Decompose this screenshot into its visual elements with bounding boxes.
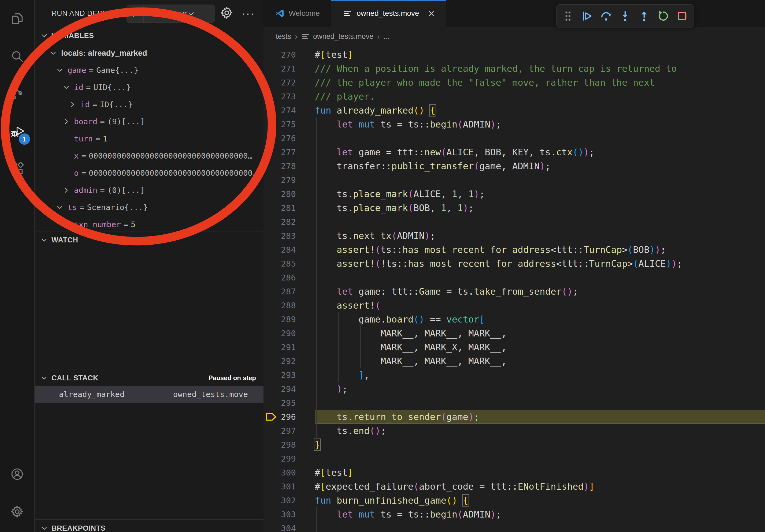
close-icon[interactable]: × [428, 8, 434, 19]
activity-item-account[interactable] [0, 455, 34, 493]
line-content [315, 131, 765, 145]
start-debug-button[interactable] [127, 5, 144, 23]
code-token: place_mark [353, 202, 408, 213]
variables-section-header[interactable]: VARIABLES [35, 27, 264, 44]
tab-owned-tests-move[interactable]: owned_tests.move× [331, 0, 446, 27]
gutter-line-293[interactable]: 293 [264, 368, 315, 382]
variable-row-turn[interactable]: turn=1 [35, 130, 291, 147]
variable-row-admin[interactable]: admin=(0)[...] [35, 182, 291, 199]
gutter-line-296[interactable]: 296 [264, 410, 315, 424]
indent-guide [316, 173, 317, 187]
gutter-line-298[interactable]: 298 [264, 438, 315, 452]
gutter-line-304[interactable]: 304 [264, 521, 315, 532]
chevron-right-icon[interactable] [69, 101, 80, 109]
chevron-right-icon[interactable] [62, 118, 74, 126]
files-icon [10, 12, 24, 26]
gutter-line-285[interactable]: 285 [264, 257, 315, 271]
code-token: ts. [315, 411, 353, 422]
chevron-down-icon[interactable] [62, 83, 74, 91]
chevron-down-icon[interactable] [56, 66, 68, 74]
gutter-line-270[interactable]: 270 [264, 48, 315, 62]
activity-item-source-control[interactable] [0, 75, 34, 113]
chevron-down-icon[interactable] [56, 203, 68, 211]
gutter-line-303[interactable]: 303 [264, 507, 315, 521]
debug-config-dropdown[interactable]: No Configur [127, 5, 215, 23]
debug-settings-gear-icon[interactable] [220, 6, 234, 21]
gutter-line-280[interactable]: 280 [264, 187, 315, 201]
gutter-line-271[interactable]: 271 [264, 62, 315, 76]
code-token: ( [441, 147, 446, 157]
gutter-line-288[interactable]: 288 [264, 298, 315, 312]
gutter-line-301[interactable]: 301 [264, 479, 315, 493]
code-token: ] [359, 370, 364, 381]
gutter-line-277[interactable]: 277 [264, 145, 315, 159]
gutter-line-299[interactable]: 299 [264, 452, 315, 465]
step-into-button[interactable] [618, 9, 633, 24]
activity-item-extensions[interactable] [0, 150, 34, 187]
gutter-line-290[interactable]: 290 [264, 326, 315, 340]
gutter-line-300[interactable]: 300 [264, 465, 315, 479]
step-out-button[interactable] [637, 9, 652, 24]
activity-item-search[interactable] [0, 38, 34, 75]
indent-guide [316, 131, 317, 145]
activity-item-settings[interactable] [0, 493, 34, 530]
variable-row-ts[interactable]: ts=Scenario{...} [35, 199, 285, 216]
code-line-302: 302fun burn_unfinished_game() { [264, 493, 765, 507]
stop-button[interactable] [675, 9, 690, 24]
code-editor[interactable]: 270#[test]271/// When a position is alre… [264, 46, 765, 532]
gutter-line-276[interactable]: 276 [264, 131, 315, 145]
paused-status-badge: Paused on step [209, 374, 256, 382]
gutter-line-274[interactable]: 274 [264, 104, 315, 117]
restart-button[interactable] [656, 9, 671, 24]
gutter-line-283[interactable]: 283 [264, 229, 315, 243]
variables-scope-row[interactable]: locals: already_marked [35, 45, 278, 62]
gutter-line-281[interactable]: 281 [264, 201, 315, 215]
line-content: game.board() == vector[ [315, 312, 765, 326]
variable-row-id[interactable]: id=ID{...} [35, 96, 297, 113]
gutter-line-282[interactable]: 282 [264, 215, 315, 229]
variable-row-game[interactable]: game=Game{...} [35, 62, 285, 79]
chevron-right-icon[interactable] [62, 186, 74, 194]
variable-row-x[interactable]: x=0000000000000000000000000000000000… [35, 147, 291, 164]
gutter-line-272[interactable]: 272 [264, 76, 315, 90]
gutter-line-294[interactable]: 294 [264, 382, 315, 396]
step-over-button[interactable] [598, 9, 613, 24]
call-stack-frame[interactable]: already_marked owned_tests.move [35, 386, 264, 402]
chevron-down-icon[interactable] [49, 49, 61, 57]
gutter-line-286[interactable]: 286 [264, 271, 315, 285]
activity-item-explorer[interactable] [0, 0, 34, 38]
call-stack-section-header[interactable]: CALL STACK Paused on step [35, 370, 264, 387]
drag-grip-button[interactable] [560, 9, 575, 24]
continue-button[interactable] [579, 9, 594, 24]
gutter-line-278[interactable]: 278 [264, 159, 315, 173]
variable-row-id[interactable]: id=UID{...} [35, 79, 291, 96]
code-token: game. [315, 314, 386, 325]
watch-section-header[interactable]: WATCH [35, 231, 264, 249]
breakpoints-section-header[interactable]: BREAKPOINTS [35, 520, 264, 532]
gutter-line-291[interactable]: 291 [264, 340, 315, 354]
breadcrumb-item[interactable]: owned_tests.move [313, 32, 374, 41]
tab-label: Welcome [289, 9, 320, 18]
code-token: ) [583, 147, 589, 157]
variable-row-o[interactable]: o=00000000000000000000000000000000000… [35, 164, 291, 182]
gutter-line-275[interactable]: 275 [264, 117, 315, 131]
code-token [315, 258, 337, 269]
gutter-line-302[interactable]: 302 [264, 493, 315, 507]
variable-row-txn_number[interactable]: txn_number=5 [35, 216, 291, 233]
gutter-line-295[interactable]: 295 [264, 396, 315, 410]
gutter-line-284[interactable]: 284 [264, 243, 315, 257]
activity-item-run-and-debug[interactable]: 1 [0, 113, 34, 150]
code-line-288: 288 assert!( [264, 298, 765, 312]
gutter-line-273[interactable]: 273 [264, 90, 315, 104]
gutter-line-289[interactable]: 289 [264, 312, 315, 326]
breadcrumb[interactable]: tests›owned_tests.move›... [264, 27, 765, 46]
gutter-line-292[interactable]: 292 [264, 354, 315, 368]
more-actions-button[interactable]: ··· [242, 6, 255, 21]
breadcrumb-item[interactable]: ... [383, 32, 390, 41]
gutter-line-279[interactable]: 279 [264, 173, 315, 187]
tab-welcome[interactable]: Welcome [264, 0, 331, 27]
gutter-line-297[interactable]: 297 [264, 424, 315, 438]
variable-row-board[interactable]: board=(9)[...] [35, 113, 291, 130]
breadcrumb-item[interactable]: tests [276, 32, 291, 41]
gutter-line-287[interactable]: 287 [264, 285, 315, 298]
